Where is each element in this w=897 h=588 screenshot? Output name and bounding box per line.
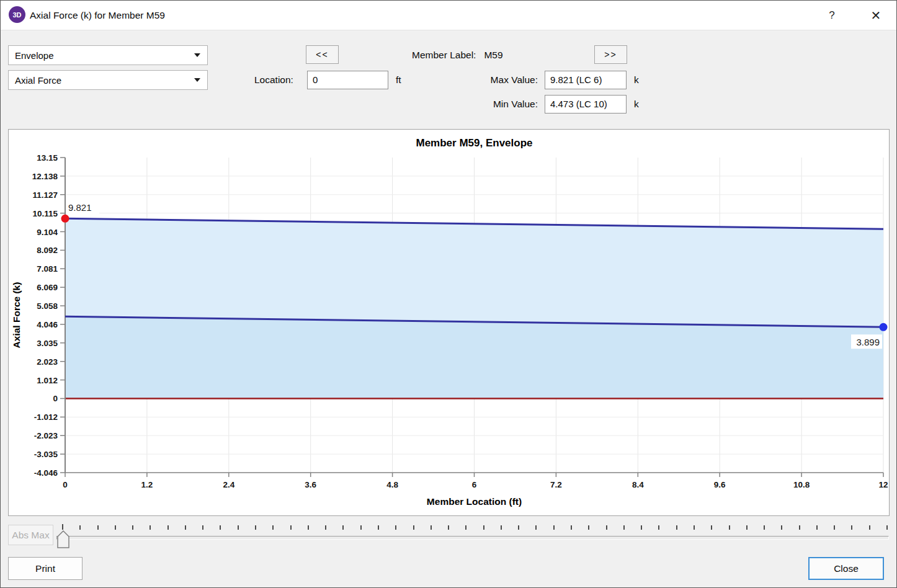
slider-tick <box>781 525 782 530</box>
svg-text:3.899: 3.899 <box>856 337 880 347</box>
slider-tick <box>202 525 203 530</box>
min-envelope-fill <box>65 316 883 398</box>
slider-tick <box>220 525 221 530</box>
member-label-caption: Member Label: <box>412 50 476 60</box>
svg-text:7.081: 7.081 <box>37 264 58 274</box>
svg-text:-2.023: -2.023 <box>34 431 58 440</box>
svg-text:7.2: 7.2 <box>550 480 562 489</box>
slider-tick <box>325 525 326 530</box>
abs-max-button[interactable]: Abs Max <box>8 525 53 545</box>
svg-text:3.6: 3.6 <box>305 480 316 489</box>
y-axis-title: Axial Force (k) <box>11 282 22 349</box>
slider-tick <box>764 525 765 530</box>
print-button[interactable]: Print <box>8 557 83 580</box>
svg-text:2.023: 2.023 <box>37 357 58 367</box>
svg-text:8.092: 8.092 <box>37 246 58 255</box>
location-unit: ft <box>396 71 401 89</box>
svg-text:3.035: 3.035 <box>37 339 58 348</box>
location-input[interactable]: 0 <box>307 71 388 89</box>
slider-tick <box>308 525 309 530</box>
location-slider-row: Abs Max <box>1 519 897 556</box>
x-axis-title: Member Location (ft) <box>427 496 522 507</box>
slider-tick <box>869 525 870 530</box>
svg-text:0: 0 <box>63 480 68 489</box>
svg-text:8.4: 8.4 <box>632 480 644 489</box>
window-title: Axial Force (k) for Member M59 <box>30 1 165 30</box>
svg-text:12.138: 12.138 <box>32 172 58 181</box>
chart-panel: 13.1512.13811.12710.1159.1048.0927.0816.… <box>8 129 890 516</box>
close-window-button[interactable]: ✕ <box>862 1 890 30</box>
slider-tick <box>851 525 852 530</box>
svg-text:9.104: 9.104 <box>37 228 58 237</box>
close-button[interactable]: Close <box>808 557 884 580</box>
svg-text:12: 12 <box>878 480 888 489</box>
slider-tick <box>641 525 642 530</box>
svg-text:4.8: 4.8 <box>386 480 398 489</box>
svg-text:2.4: 2.4 <box>223 480 234 489</box>
svg-text:4.046: 4.046 <box>37 320 58 329</box>
dropdown-arrow-icon <box>194 78 200 82</box>
slider-tick <box>746 525 748 530</box>
slider-tick <box>378 525 379 530</box>
help-button[interactable]: ? <box>819 1 844 30</box>
min-value-unit: k <box>634 95 639 114</box>
slider-tick <box>553 525 555 530</box>
slider-tick <box>483 525 484 530</box>
slider-tick <box>255 525 256 530</box>
previous-member-button[interactable]: << <box>306 45 339 64</box>
max-value-unit: k <box>634 71 639 89</box>
slider-tick <box>413 525 414 530</box>
slider-tick <box>501 525 502 530</box>
slider-tick <box>676 525 677 530</box>
slider-tick <box>185 525 186 530</box>
slider-tick <box>115 525 116 530</box>
svg-text:6: 6 <box>472 480 477 489</box>
slider-tick <box>79 525 81 530</box>
app-3d-icon: 3D <box>9 6 25 23</box>
svg-text:13.15: 13.15 <box>37 153 58 163</box>
member-label-value: M59 <box>484 50 502 60</box>
envelope-chart: 13.1512.13811.12710.1159.1048.0927.0816.… <box>9 130 889 515</box>
slider-tick <box>395 525 396 530</box>
slider-tick <box>886 525 888 530</box>
slider-tick <box>834 525 835 530</box>
slider-tick <box>342 525 344 530</box>
title-bar: 3D Axial Force (k) for Member M59 ? ✕ <box>1 1 896 30</box>
svg-text:5.058: 5.058 <box>37 301 58 311</box>
svg-text:6.069: 6.069 <box>37 283 58 292</box>
slider-tick <box>132 525 133 530</box>
slider-tick <box>62 524 63 530</box>
location-slider-thumb[interactable] <box>57 530 70 549</box>
slider-tick <box>360 525 362 530</box>
chart-title: Member M59, Envelope <box>416 137 532 149</box>
location-slider-track[interactable] <box>56 536 889 540</box>
svg-text:1.012: 1.012 <box>37 376 58 385</box>
min-value-field[interactable]: 4.473 (LC 10) <box>545 95 627 114</box>
svg-text:9.821: 9.821 <box>68 202 92 213</box>
slider-tick <box>535 525 537 530</box>
slider-tick <box>799 525 800 530</box>
max-value-field[interactable]: 9.821 (LC 6) <box>545 71 627 89</box>
slider-tick <box>290 525 292 530</box>
next-member-button[interactable]: >> <box>594 45 627 64</box>
slider-tick <box>694 525 695 530</box>
force-type-dropdown[interactable]: Axial Force <box>8 70 208 90</box>
slider-tick <box>465 525 466 530</box>
slider-tick <box>97 525 99 530</box>
max-value-caption: Max Value: <box>457 71 538 89</box>
slider-tick <box>658 525 659 530</box>
slider-tick <box>711 525 712 530</box>
svg-text:11.127: 11.127 <box>32 190 58 200</box>
svg-text:10.115: 10.115 <box>32 209 58 218</box>
slider-tick <box>816 525 818 530</box>
slider-tick <box>272 525 274 530</box>
dropdown-arrow-icon <box>194 53 200 57</box>
result-type-dropdown[interactable]: Envelope <box>8 45 208 65</box>
slider-tick <box>431 525 432 530</box>
svg-text:9.6: 9.6 <box>714 480 726 489</box>
svg-text:1.2: 1.2 <box>141 480 153 489</box>
slider-tick <box>518 525 519 530</box>
location-caption: Location: <box>254 71 293 89</box>
svg-text:-3.035: -3.035 <box>34 450 58 459</box>
slider-tick <box>238 525 239 530</box>
